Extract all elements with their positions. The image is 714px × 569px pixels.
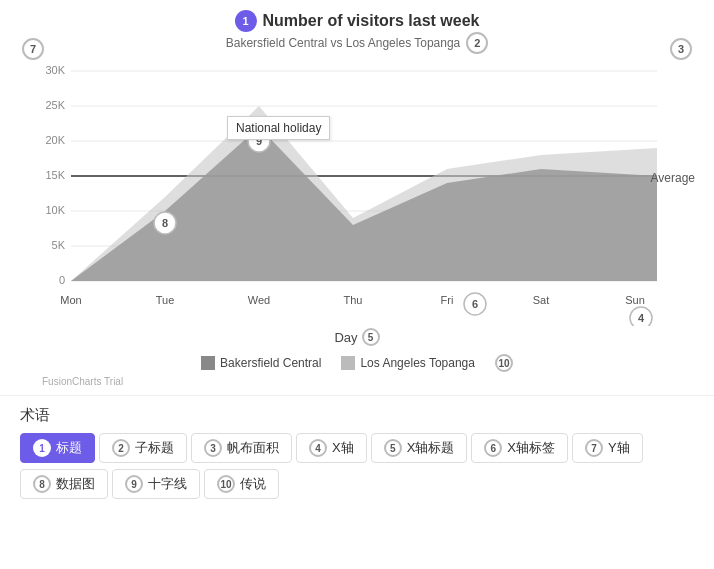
svg-text:0: 0 xyxy=(59,274,65,286)
svg-text:Fri: Fri xyxy=(441,294,454,306)
fusion-trial-label: FusionCharts Trial xyxy=(42,376,694,387)
badge-1: 1 xyxy=(235,10,257,32)
tags-row-2: 8数据图9十字线10传说 xyxy=(20,469,694,499)
svg-text:6: 6 xyxy=(472,298,478,310)
tag-badge-1: 1 xyxy=(33,439,51,457)
average-label: Average xyxy=(651,171,695,185)
tag-btn-4[interactable]: 4X轴 xyxy=(296,433,367,463)
svg-text:Sat: Sat xyxy=(533,294,550,306)
svg-text:Mon: Mon xyxy=(60,294,81,306)
svg-text:9: 9 xyxy=(256,135,262,147)
svg-text:20K: 20K xyxy=(45,134,65,146)
tag-btn-6[interactable]: 6X轴标签 xyxy=(471,433,568,463)
tag-label-7: Y轴 xyxy=(608,439,630,457)
tag-badge-5: 5 xyxy=(384,439,402,457)
svg-text:Tue: Tue xyxy=(156,294,175,306)
tag-label-10: 传说 xyxy=(240,475,266,493)
tag-label-9: 十字线 xyxy=(148,475,187,493)
chart-title-area: 1 Number of visitors last week Bakersfie… xyxy=(20,10,694,54)
tag-badge-7: 7 xyxy=(585,439,603,457)
svg-text:15K: 15K xyxy=(45,169,65,181)
badge-2: 2 xyxy=(466,32,488,54)
tag-label-8: 数据图 xyxy=(56,475,95,493)
svg-text:Wed: Wed xyxy=(248,294,270,306)
svg-text:Sun: Sun xyxy=(625,294,645,306)
svg-text:Thu: Thu xyxy=(344,294,363,306)
svg-text:8: 8 xyxy=(162,217,168,229)
tag-label-4: X轴 xyxy=(332,439,354,457)
legend-item-1: Bakersfield Central xyxy=(201,356,321,370)
bottom-section: 术语 1标题2子标题3帆布面积4X轴5X轴标题6X轴标签7Y轴 8数据图9十字线… xyxy=(0,395,714,515)
svg-text:30K: 30K xyxy=(45,64,65,76)
tag-badge-4: 4 xyxy=(309,439,327,457)
section-title: 术语 xyxy=(20,406,694,425)
tag-label-5: X轴标题 xyxy=(407,439,455,457)
badge-10: 10 xyxy=(495,354,513,372)
tag-btn-3[interactable]: 3帆布面积 xyxy=(191,433,292,463)
tag-badge-6: 6 xyxy=(484,439,502,457)
chart-svg: 30K 25K 20K 15K 10K 5K 0 Mon Tue Wed xyxy=(27,56,687,326)
tag-btn-8[interactable]: 8数据图 xyxy=(20,469,108,499)
svg-text:4: 4 xyxy=(638,312,645,324)
svg-text:25K: 25K xyxy=(45,99,65,111)
tag-badge-8: 8 xyxy=(33,475,51,493)
svg-text:5K: 5K xyxy=(52,239,66,251)
chart-title: 1 Number of visitors last week xyxy=(235,10,480,32)
tag-btn-10[interactable]: 10传说 xyxy=(204,469,279,499)
tag-label-6: X轴标签 xyxy=(507,439,555,457)
legend: Bakersfield Central Los Angeles Topanga … xyxy=(20,354,694,372)
legend-color-2 xyxy=(341,356,355,370)
badge-5: 5 xyxy=(362,328,380,346)
chart-subtitle: Bakersfield Central vs Los Angeles Topan… xyxy=(20,32,694,54)
tag-label-2: 子标题 xyxy=(135,439,174,457)
tag-label-1: 标题 xyxy=(56,439,82,457)
tag-badge-2: 2 xyxy=(112,439,130,457)
tag-btn-2[interactable]: 2子标题 xyxy=(99,433,187,463)
tags-row-1: 1标题2子标题3帆布面积4X轴5X轴标题6X轴标签7Y轴 xyxy=(20,433,694,463)
day-label-row: Day 5 xyxy=(20,328,694,346)
chart-area: National holiday Average 30K 25K 20K 15K… xyxy=(27,56,687,326)
legend-item-2: Los Angeles Topanga xyxy=(341,356,475,370)
legend-color-1 xyxy=(201,356,215,370)
tag-badge-3: 3 xyxy=(204,439,222,457)
tag-badge-9: 9 xyxy=(125,475,143,493)
tag-btn-9[interactable]: 9十字线 xyxy=(112,469,200,499)
tag-btn-1[interactable]: 1标题 xyxy=(20,433,95,463)
tag-btn-5[interactable]: 5X轴标题 xyxy=(371,433,468,463)
tag-label-3: 帆布面积 xyxy=(227,439,279,457)
tag-btn-7[interactable]: 7Y轴 xyxy=(572,433,643,463)
svg-text:10K: 10K xyxy=(45,204,65,216)
tag-badge-10: 10 xyxy=(217,475,235,493)
